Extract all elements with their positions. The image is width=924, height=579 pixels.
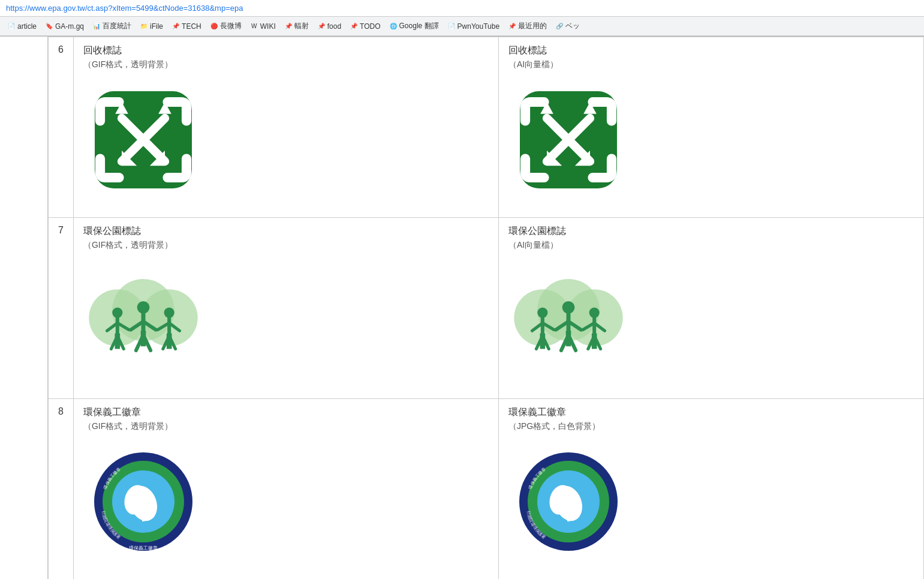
bookmark-item[interactable]: 📁iFile — [136, 20, 167, 32]
bookmark-item[interactable]: 🔗ベッ — [552, 19, 583, 33]
svg-text:環保義工徽章: 環保義工徽章 — [129, 545, 158, 551]
bookmark-label: food — [327, 22, 341, 31]
bookmark-icon: 📌 — [350, 22, 358, 31]
bookmark-icon: 📌 — [508, 22, 516, 31]
bookmark-item[interactable]: 📊百度統計 — [89, 19, 135, 33]
bookmark-item[interactable]: 🔴長微博 — [206, 19, 245, 33]
volunteer-badge-jpg[interactable]: 環保義工徽章 行政院環境保護署 — [508, 442, 628, 562]
item-title: 環保義工徽章 — [83, 406, 489, 419]
bookmark-item[interactable]: 📄article — [4, 20, 40, 32]
bookmark-label: 長微博 — [220, 21, 242, 31]
row-number-7: 7 — [49, 218, 74, 398]
bookmark-icon: 🌐 — [389, 22, 398, 31]
main-table: 6 回收標誌 （GIF格式，透明背景） — [48, 37, 924, 579]
row-6-right: 回收標誌 （AI向量檔） — [498, 37, 923, 218]
item-title: 環保公園標誌 — [83, 225, 489, 238]
bookmark-label: WIKI — [260, 22, 276, 31]
bookmarks-bar: 📄article🔖GA-m.gq📊百度統計📁iFile📌TECH🔴長微博WWIK… — [0, 17, 924, 36]
bookmark-label: 最近用的 — [518, 21, 547, 31]
bookmark-label: Google 翻譯 — [399, 21, 439, 31]
bookmark-item[interactable]: WWIKI — [246, 20, 279, 32]
bookmark-item[interactable]: 📌最近用的 — [504, 19, 550, 33]
bookmark-icon: 📊 — [92, 22, 101, 31]
page-content: 6 回收標誌 （GIF格式，透明背景） — [0, 37, 924, 579]
bookmark-icon: W — [250, 22, 258, 31]
ecopark-icon-ai[interactable] — [508, 260, 628, 380]
bookmark-label: GA-m.gq — [55, 22, 84, 31]
bookmark-icon: 📁 — [140, 22, 148, 31]
ecopark-icon-gif[interactable] — [83, 260, 203, 380]
bookmark-icon: 📄 — [7, 22, 16, 31]
address-bar[interactable]: https://www.epa.gov.tw/ct.asp?xItem=5499… — [0, 0, 924, 17]
bookmark-icon: 🔗 — [555, 22, 564, 31]
bookmark-item[interactable]: 📌food — [314, 20, 345, 32]
bookmark-item[interactable]: 🌐Google 翻譯 — [386, 19, 443, 33]
row-6-left: 回收標誌 （GIF格式，透明背景） — [73, 37, 498, 218]
recycle-icon-ai[interactable] — [508, 80, 628, 200]
bookmark-icon: 📄 — [447, 22, 456, 31]
bookmark-label: 輻射 — [294, 21, 309, 31]
table-row: 6 回收標誌 （GIF格式，透明背景） — [49, 37, 924, 218]
item-title: 回收標誌 — [83, 44, 489, 57]
row-8-right: 環保義工徽章 （JPG格式，白色背景） 環保義工徽章 — [498, 398, 923, 579]
bookmark-label: iFile — [150, 22, 163, 31]
item-subtitle: （JPG格式，白色背景） — [508, 421, 914, 432]
bookmark-icon: 📌 — [317, 22, 326, 31]
bookmark-label: ベッ — [565, 21, 580, 31]
bookmark-item[interactable]: 📌TODO — [346, 20, 384, 32]
item-subtitle: （AI向量檔） — [508, 59, 914, 70]
bookmark-icon: 📌 — [284, 22, 293, 31]
item-subtitle: （AI向量檔） — [508, 240, 914, 251]
row-number-8: 8 — [49, 398, 74, 579]
bookmark-item[interactable]: 📌TECH — [168, 20, 205, 32]
bookmark-label: PwnYouTube — [458, 22, 500, 31]
row-8-left: 環保義工徽章 （GIF格式，透明背景） — [73, 398, 498, 579]
bookmark-item[interactable]: 📌輻射 — [281, 19, 312, 33]
row-7-right: 環保公園標誌 （AI向量檔） — [498, 218, 923, 398]
item-title: 環保公園標誌 — [508, 225, 914, 238]
url-text: https://www.epa.gov.tw/ct.asp?xItem=5499… — [6, 4, 243, 13]
bookmark-icon: 🔖 — [45, 22, 53, 31]
bookmark-item[interactable]: 🔖GA-m.gq — [41, 20, 88, 32]
item-title: 回收標誌 — [508, 44, 914, 57]
row-7-left: 環保公園標誌 （GIF格式，透明背景） — [73, 218, 498, 398]
bookmark-item[interactable]: 📄PwnYouTube — [444, 20, 504, 32]
item-subtitle: （GIF格式，透明背景） — [83, 240, 489, 251]
item-subtitle: （GIF格式，透明背景） — [83, 421, 489, 432]
left-sidebar — [0, 37, 48, 579]
bookmark-label: TODO — [360, 22, 380, 31]
bookmark-icon: 🔴 — [210, 22, 218, 31]
row-number-6: 6 — [49, 37, 74, 218]
bookmark-label: article — [17, 22, 37, 31]
table-row: 8 環保義工徽章 （GIF格式，透明背景） — [49, 398, 924, 579]
bookmark-label: TECH — [182, 22, 201, 31]
item-title: 環保義工徽章 — [508, 406, 914, 419]
item-subtitle: （GIF格式，透明背景） — [83, 59, 489, 70]
recycle-icon-gif[interactable] — [83, 80, 203, 200]
bookmark-label: 百度統計 — [103, 21, 131, 31]
table-row: 7 環保公園標誌 （GIF格式，透明背景） — [49, 218, 924, 398]
volunteer-badge-gif[interactable]: 環保義工徽章 環保義工徽章 行政院環境保護署 — [83, 442, 203, 562]
bookmark-icon: 📌 — [171, 22, 180, 31]
browser-chrome: https://www.epa.gov.tw/ct.asp?xItem=5499… — [0, 0, 924, 37]
